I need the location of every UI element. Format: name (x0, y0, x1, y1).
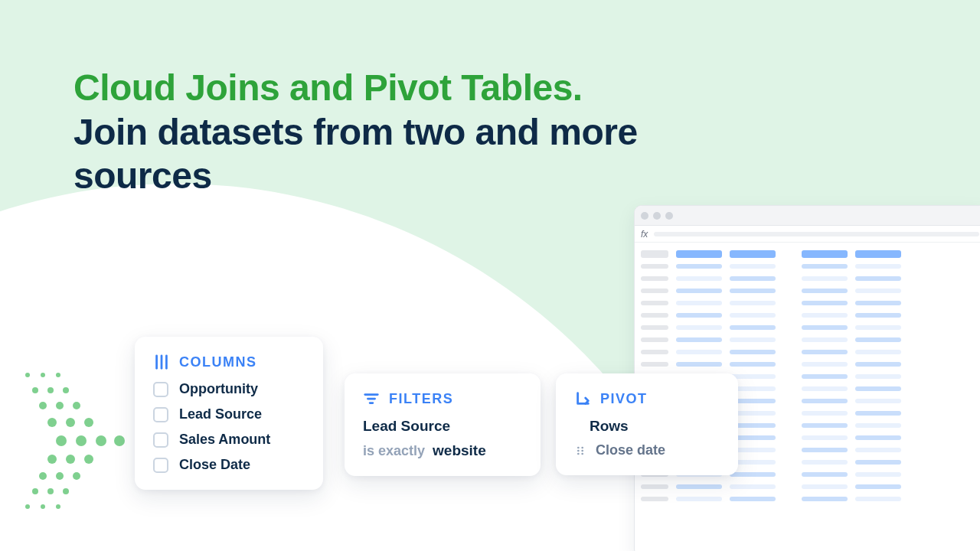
filters-card-header: FILTERS (363, 390, 522, 407)
traffic-light-dot (653, 212, 661, 220)
svg-point-35 (581, 446, 583, 448)
svg-point-9 (47, 418, 57, 427)
formula-bar[interactable]: fx (635, 226, 980, 243)
svg-point-14 (96, 435, 106, 446)
column-label: Lead Source (179, 406, 262, 422)
pivot-row-item[interactable]: Close date (574, 442, 720, 458)
column-label: Close Date (179, 457, 250, 473)
svg-point-17 (66, 455, 75, 464)
svg-point-4 (47, 387, 54, 393)
svg-point-21 (73, 472, 80, 480)
svg-point-6 (39, 402, 47, 409)
headline-line-2: Join datasets from two and more sources (74, 110, 747, 198)
promo-stage: Cloud Joins and Pivot Tables. Join datas… (0, 0, 980, 551)
svg-point-26 (41, 504, 45, 509)
pivot-card-title: PIVOT (600, 391, 648, 407)
svg-point-2 (56, 373, 60, 377)
checkbox[interactable] (153, 432, 168, 448)
columns-icon (153, 354, 170, 370)
filter-condition[interactable]: is exactly website (363, 442, 522, 459)
columns-card-title: COLUMNS (179, 354, 257, 370)
svg-point-3 (32, 387, 38, 393)
svg-point-0 (25, 373, 30, 377)
checkbox[interactable] (153, 382, 168, 397)
svg-point-12 (56, 435, 67, 446)
svg-point-24 (63, 488, 69, 494)
pivot-card: PIVOT Rows Close date (556, 373, 738, 475)
svg-point-5 (63, 387, 69, 393)
column-item-lead-source[interactable]: Lead Source (153, 406, 305, 422)
pivot-row-value: Close date (596, 442, 665, 458)
filter-icon (363, 390, 380, 407)
svg-point-37 (581, 449, 583, 452)
headline-line-1: Cloud Joins and Pivot Tables. (74, 66, 747, 110)
svg-point-10 (66, 418, 75, 427)
svg-point-13 (76, 435, 87, 446)
window-chrome (635, 206, 980, 226)
svg-point-27 (56, 504, 60, 509)
svg-point-34 (577, 446, 580, 448)
svg-point-1 (41, 373, 45, 377)
column-label: Sales Amount (179, 432, 270, 448)
svg-point-7 (56, 402, 64, 409)
column-item-opportunity[interactable]: Opportunity (153, 381, 305, 397)
traffic-light-dot (665, 212, 673, 220)
svg-point-36 (577, 449, 580, 452)
pivot-card-header: PIVOT (574, 390, 720, 407)
formula-input-placeholder (654, 232, 979, 236)
svg-point-15 (114, 435, 125, 446)
pivot-icon (574, 390, 591, 407)
column-item-sales-amount[interactable]: Sales Amount (153, 432, 305, 448)
fx-label: fx (641, 229, 648, 240)
decorative-dots-chevron (12, 367, 135, 520)
columns-card-header: COLUMNS (153, 354, 305, 370)
svg-point-19 (39, 472, 47, 480)
drag-handle-icon[interactable] (574, 445, 586, 457)
svg-point-23 (47, 488, 54, 494)
filter-field-label: Lead Source (363, 418, 522, 435)
traffic-light-dot (641, 212, 648, 220)
pivot-section-rows-label: Rows (590, 418, 720, 435)
svg-point-18 (84, 455, 93, 464)
checkbox[interactable] (153, 458, 168, 473)
svg-point-20 (56, 472, 64, 480)
filters-card: FILTERS Lead Source is exactly website (345, 373, 541, 476)
filters-card-title: FILTERS (389, 391, 453, 407)
columns-list: Opportunity Lead Source Sales Amount Clo… (153, 381, 305, 473)
filter-operator: is exactly (363, 443, 425, 459)
svg-point-22 (32, 488, 38, 494)
checkbox[interactable] (153, 407, 168, 422)
svg-point-8 (73, 402, 80, 409)
headline: Cloud Joins and Pivot Tables. Join datas… (74, 66, 747, 198)
svg-point-16 (47, 455, 57, 464)
filter-value: website (433, 442, 486, 459)
svg-point-11 (84, 418, 93, 427)
svg-point-38 (577, 452, 580, 455)
svg-point-25 (25, 504, 30, 509)
column-label: Opportunity (179, 381, 258, 397)
columns-card: COLUMNS Opportunity Lead Source Sales Am… (135, 337, 323, 490)
column-item-close-date[interactable]: Close Date (153, 457, 305, 473)
svg-point-39 (581, 452, 583, 455)
